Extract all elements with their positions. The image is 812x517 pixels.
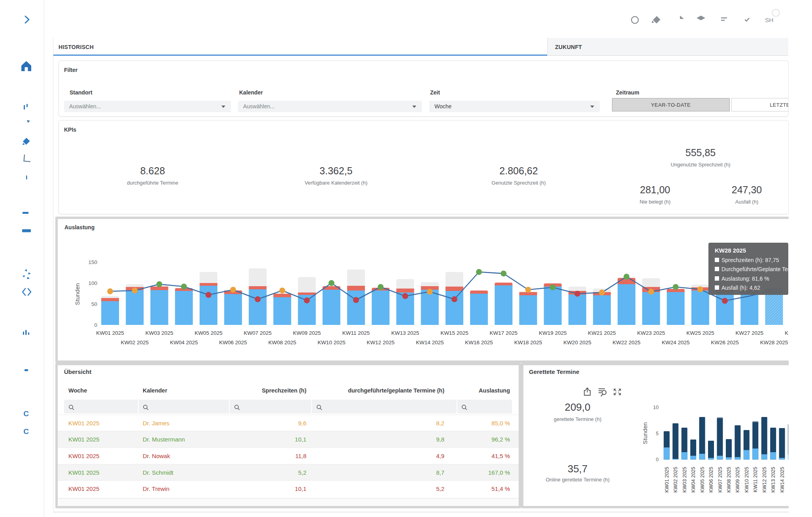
svg-text:KW12 2025: KW12 2025 [367, 340, 395, 345]
svg-text:KW01 2025: KW01 2025 [96, 330, 124, 336]
svg-text:C: C [23, 409, 29, 418]
svg-text:KW11 2025: KW11 2025 [342, 330, 370, 336]
svg-text:150: 150 [88, 259, 97, 265]
svg-text:KW03 2025: KW03 2025 [682, 467, 687, 492]
svg-text:KW14 2025: KW14 2025 [780, 467, 785, 492]
svg-text:KW07 2025: KW07 2025 [718, 467, 723, 492]
svg-text:KW11 2025: KW11 2025 [753, 467, 758, 492]
svg-text:KW05 2025: KW05 2025 [700, 467, 705, 492]
svg-text:100: 100 [88, 280, 97, 286]
svg-text:KW18 2025: KW18 2025 [514, 340, 542, 345]
svg-text:KW01 2025: KW01 2025 [664, 467, 670, 492]
svg-text:0: 0 [656, 457, 659, 462]
svg-text:KW02 2025: KW02 2025 [121, 340, 149, 345]
svg-text:Stunden: Stunden [74, 283, 81, 305]
svg-text:KW04 2025: KW04 2025 [170, 340, 198, 345]
svg-text:10: 10 [653, 405, 659, 410]
svg-text:KW09 2025: KW09 2025 [735, 467, 740, 492]
svg-text:KW13 2025: KW13 2025 [770, 467, 776, 492]
svg-text:KW03 2025: KW03 2025 [145, 330, 174, 336]
svg-text:KW13 2025: KW13 2025 [391, 330, 419, 336]
svg-text:KW15 2025: KW15 2025 [440, 330, 468, 336]
svg-text:KW04 2025: KW04 2025 [691, 467, 696, 492]
svg-text:KW05 2025: KW05 2025 [195, 330, 223, 336]
svg-text:KW10 2025: KW10 2025 [744, 467, 750, 492]
svg-text:KW19 2025: KW19 2025 [539, 330, 567, 336]
svg-text:KW23 2025: KW23 2025 [637, 330, 665, 336]
svg-text:KW26 2025: KW26 2025 [711, 340, 739, 345]
svg-text:KW29 2025: KW29 2025 [785, 330, 788, 336]
svg-text:KW09 2025: KW09 2025 [293, 330, 321, 336]
svg-text:KW02 2025: KW02 2025 [673, 467, 678, 492]
svg-text:KW08 2025: KW08 2025 [726, 467, 732, 492]
svg-text:5: 5 [656, 431, 659, 436]
svg-text:KW07 2025: KW07 2025 [244, 330, 272, 336]
svg-text:KW21 2025: KW21 2025 [588, 330, 616, 336]
svg-text:KW17 2025: KW17 2025 [490, 330, 518, 336]
svg-text:KW12 2025: KW12 2025 [762, 467, 767, 492]
svg-text:50: 50 [91, 301, 97, 307]
svg-text:KW08 2025: KW08 2025 [268, 340, 296, 345]
svg-text:KW25 2025: KW25 2025 [686, 330, 714, 336]
svg-text:KW06 2025: KW06 2025 [219, 340, 247, 345]
svg-text:KW16 2025: KW16 2025 [465, 340, 493, 345]
svg-text:KW22 2025: KW22 2025 [613, 340, 641, 345]
svg-text:KW06 2025: KW06 2025 [708, 467, 714, 492]
svg-text:Stunden: Stunden [642, 422, 648, 444]
svg-text:KW10 2025: KW10 2025 [317, 340, 346, 345]
svg-text:KW14 2025: KW14 2025 [416, 340, 444, 345]
svg-text:KW24 2025: KW24 2025 [662, 340, 690, 345]
svg-text:KW20 2025: KW20 2025 [563, 340, 591, 345]
svg-text:KW28 2025: KW28 2025 [760, 340, 788, 345]
svg-text:KW27 2025: KW27 2025 [736, 330, 764, 336]
svg-text:C: C [23, 427, 29, 436]
svg-text:0: 0 [94, 322, 97, 328]
svg-text:SH: SH [765, 17, 774, 23]
